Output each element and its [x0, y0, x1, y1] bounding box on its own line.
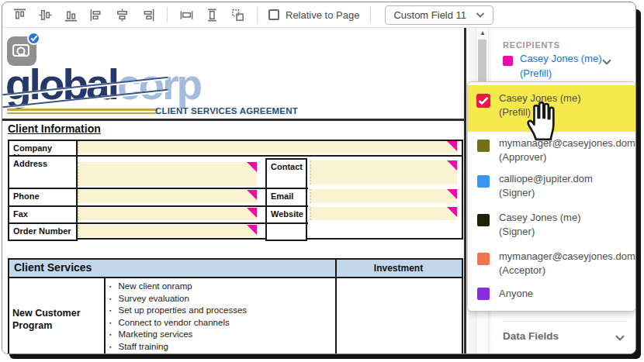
field-type-value: Custom Field 11 — [393, 9, 466, 21]
recipient-color-swatch — [477, 175, 490, 188]
field-recipient-marker — [247, 225, 257, 235]
recipient-color-swatch — [477, 253, 490, 265]
dropdown-item-signer-2[interactable]: Casey Jones (me) (Signer) — [468, 211, 635, 245]
field-recipient-marker — [447, 160, 457, 171]
field-company-name[interactable] — [78, 141, 457, 153]
dropdown-item-name: Casey Jones (me) — [499, 92, 580, 104]
dropdown-item-acceptor[interactable]: mymanager@caseyjones.dom (Acceptor) — [468, 250, 635, 284]
dropdown-item-anyone[interactable]: Anyone — [468, 287, 635, 310]
client-services-heading: Client Services — [14, 261, 92, 274]
app-window: Relative to Page Custom Field 11 globalc… — [2, 2, 636, 354]
dropdown-item-prefill[interactable]: Casey Jones (me) (Prefill) — [468, 85, 635, 132]
recipient-name: Casey Jones (me) — [520, 53, 601, 64]
scroll-up-arrow-icon[interactable] — [479, 29, 486, 37]
recipient-color-swatch — [503, 56, 513, 66]
dropdown-item-role: (Acceptor) — [499, 264, 545, 276]
recipient-color-swatch — [477, 140, 490, 152]
toolbar-separator — [257, 7, 258, 22]
field-recipient-marker — [247, 208, 257, 218]
checked-checkbox-icon — [476, 94, 490, 108]
label-fax: Fax — [8, 205, 78, 224]
list-item: Survey evaluation — [109, 293, 247, 305]
field-recipient-marker — [447, 207, 457, 217]
list-item: Set up properties and processes — [109, 305, 247, 317]
dropdown-item-name: Casey Jones (me) — [499, 212, 580, 223]
dropdown-item-signer-1[interactable]: calliope@jupiter.dom (Signer) — [468, 172, 635, 206]
field-website[interactable] — [310, 207, 457, 220]
selected-recipient-row[interactable]: Casey Jones (me) (Prefill) — [503, 52, 627, 83]
field-recipient-marker — [247, 162, 257, 172]
data-fields-label: Data Fields — [503, 330, 559, 342]
logo-text-corp: corp — [117, 60, 200, 109]
dropdown-item-role: (Signer) — [499, 226, 535, 237]
empty-cell — [265, 222, 307, 241]
align-right-icon[interactable] — [135, 5, 161, 25]
label-order-number: Order Number — [8, 222, 78, 241]
label-company-name: Company Name — [8, 140, 78, 157]
relative-to-page-checkbox[interactable]: Relative to Page — [268, 9, 359, 21]
dropdown-item-name: calliope@jupiter.dom — [499, 173, 593, 184]
align-vertical-center-icon[interactable] — [33, 5, 58, 25]
match-height-icon[interactable] — [199, 5, 225, 25]
field-recipient-marker — [447, 189, 457, 199]
logo-gold-rule — [7, 112, 158, 114]
toolbar-separator — [167, 7, 168, 22]
logo-gold-rule — [7, 109, 158, 111]
globalcorp-logo: globalcorp — [5, 62, 164, 116]
recipient-color-swatch — [477, 214, 490, 226]
dropdown-item-role: (Prefill) — [499, 106, 531, 118]
recipients-dropdown-menu: Casey Jones (me) (Prefill) mymanager@cas… — [467, 81, 636, 312]
dropdown-item-name: Anyone — [499, 288, 533, 299]
label-address: Address — [8, 155, 78, 189]
match-size-icon[interactable] — [225, 5, 251, 25]
horizontal-rule — [2, 119, 466, 121]
recipient-color-swatch — [477, 288, 490, 300]
toolbar-separator — [370, 7, 371, 22]
chevron-down-icon[interactable] — [615, 331, 625, 345]
field-contact[interactable] — [310, 160, 457, 184]
label-website: Website — [265, 205, 307, 224]
dropdown-item-approver[interactable]: mymanager@caseyjones.dom (Approver) — [468, 136, 635, 171]
table-line — [335, 258, 337, 353]
chevron-down-icon — [476, 9, 485, 21]
label-email: Email — [265, 188, 307, 207]
dropdown-item-role: (Signer) — [499, 187, 535, 198]
investment-header: Investment — [335, 263, 462, 274]
label-contact: Contact — [265, 158, 307, 189]
match-width-icon[interactable] — [174, 5, 199, 25]
align-top-icon[interactable] — [7, 5, 33, 25]
align-left-icon[interactable] — [84, 5, 109, 25]
field-fax[interactable] — [78, 208, 257, 220]
list-item: Customer service 24/7/365 — [109, 353, 247, 353]
document-page: globalcorp CLIENT SERVICES AGREEMENT Cli… — [2, 28, 466, 353]
list-item: Connect to vendor channels — [109, 317, 247, 329]
dropdown-item-role: (Approver) — [499, 151, 546, 163]
align-horizontal-center-icon[interactable] — [109, 5, 135, 25]
list-item: Staff training — [109, 341, 247, 353]
alignment-toolbar: Relative to Page Custom Field 11 — [2, 2, 635, 28]
new-customer-program-label: New Customer Program — [12, 307, 98, 332]
field-order-number[interactable] — [78, 225, 257, 237]
data-fields-section-toggle[interactable]: Data Fields — [503, 329, 627, 347]
recipient-role: (Prefill) — [520, 67, 552, 79]
field-email[interactable] — [310, 189, 457, 203]
checkbox-box[interactable] — [268, 9, 279, 20]
dropdown-item-name: mymanager@caseyjones.dom — [499, 137, 635, 149]
chevron-down-icon[interactable] — [601, 55, 612, 69]
field-recipient-marker — [447, 141, 457, 151]
field-address[interactable] — [78, 162, 257, 186]
align-bottom-icon[interactable] — [58, 5, 84, 25]
panel-divider — [503, 321, 627, 322]
field-type-select[interactable]: Custom Field 11 — [385, 5, 493, 25]
list-item: New client onramp — [109, 281, 247, 293]
field-phone[interactable] — [78, 190, 257, 203]
main-area: globalcorp CLIENT SERVICES AGREEMENT Cli… — [2, 28, 635, 353]
label-phone: Phone — [8, 188, 78, 207]
document-title: CLIENT SERVICES AGREEMENT — [155, 106, 298, 115]
table-line — [104, 278, 106, 353]
dropdown-item-name: mymanager@caseyjones.dom — [499, 250, 635, 262]
field-recipient-marker — [247, 190, 257, 200]
checkbox-label: Relative to Page — [286, 9, 359, 21]
check-badge-icon — [27, 32, 40, 45]
list-item: Marketing services — [109, 329, 247, 341]
